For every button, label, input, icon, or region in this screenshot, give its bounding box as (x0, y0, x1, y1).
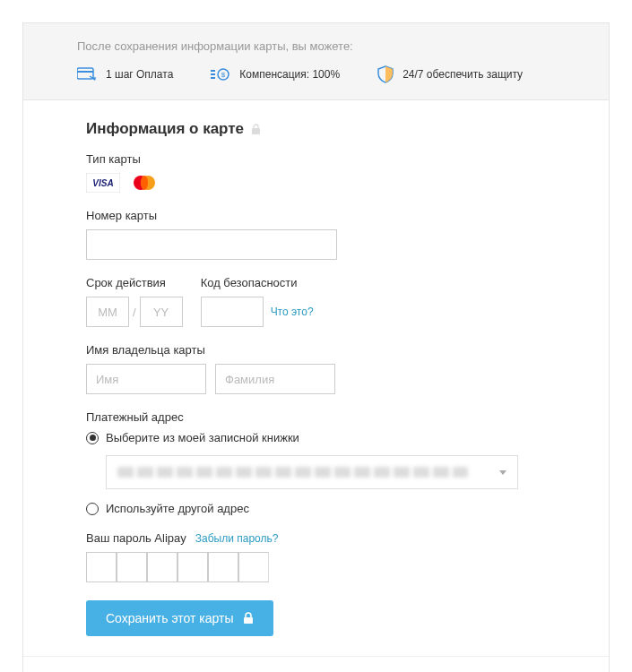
expiry-label: Срок действия (86, 276, 183, 289)
benefit-one-step: 1 шаг Оплата (77, 67, 173, 82)
alipay-password-label: Ваш пароль Alipay (86, 531, 186, 545)
alipay-password-input[interactable] (86, 552, 546, 582)
pw-digit[interactable] (147, 552, 177, 582)
pw-digit[interactable] (117, 552, 147, 582)
svg-point-12 (141, 176, 148, 190)
benefits-title: После сохранения информации карты, вы мо… (77, 39, 582, 53)
pw-digit[interactable] (238, 552, 269, 582)
card-number-label: Номер карты (86, 209, 546, 222)
address-dropdown[interactable] (106, 455, 518, 489)
mastercard-icon (129, 173, 160, 193)
expiry-year-input[interactable] (140, 297, 183, 327)
chevron-down-icon (499, 470, 506, 475)
benefit-label: Компенсация: 100% (239, 68, 340, 81)
svg-rect-6 (211, 77, 215, 79)
footer-note: После нажать сохранить карту, 0.01 USD б… (23, 656, 609, 672)
svg-rect-13 (244, 617, 253, 624)
svg-text:VISA: VISA (92, 178, 113, 188)
card-number-input[interactable] (86, 229, 337, 260)
shield-icon (377, 65, 394, 83)
expiry-month-input[interactable] (86, 297, 129, 327)
whats-this-link[interactable]: Что это? (271, 306, 314, 318)
pw-digit[interactable] (177, 552, 208, 582)
benefit-compensation: $ Компенсация: 100% (211, 66, 340, 82)
radio-checked-icon (86, 432, 99, 444)
billing-option-addressbook[interactable]: Выберите из моей записной книжки (86, 431, 546, 444)
svg-rect-5 (211, 73, 215, 75)
security-code-label: Код безопасности (201, 276, 314, 289)
card-type-label: Тип карты (86, 152, 546, 166)
lock-icon (251, 124, 261, 135)
save-card-button[interactable]: Сохранить этот карты (86, 600, 273, 636)
visa-icon: VISA (86, 173, 120, 193)
benefit-label: 24/7 обеспечить защиту (403, 68, 523, 81)
radio-unchecked-icon (86, 503, 99, 515)
refund-icon: $ (211, 66, 230, 82)
benefits-bar: После сохранения информации карты, вы мо… (23, 23, 609, 100)
card-form-container: После сохранения информации карты, вы мо… (22, 22, 610, 672)
last-name-input[interactable] (215, 364, 335, 394)
svg-rect-4 (211, 70, 215, 72)
billing-option-other[interactable]: Используйте другой адрес (86, 502, 546, 515)
holder-label: Имя владельца карты (86, 343, 546, 357)
billing-label: Платежный адрес (86, 410, 546, 424)
benefit-label: 1 шаг Оплата (106, 68, 173, 81)
svg-rect-1 (77, 71, 93, 73)
forgot-password-link[interactable]: Забыли пароль? (195, 532, 279, 545)
card-icon (77, 67, 97, 82)
pw-digit[interactable] (86, 552, 117, 582)
benefit-protection: 24/7 обеспечить защиту (377, 65, 523, 83)
pw-digit[interactable] (208, 552, 238, 582)
expiry-separator: / (133, 306, 136, 319)
security-code-input[interactable] (201, 297, 264, 327)
first-name-input[interactable] (86, 364, 206, 394)
svg-rect-7 (252, 128, 260, 134)
svg-text:$: $ (221, 71, 226, 79)
lock-icon (243, 612, 254, 625)
section-title: Информация о карте (86, 120, 546, 138)
selected-address-redacted (117, 467, 468, 478)
